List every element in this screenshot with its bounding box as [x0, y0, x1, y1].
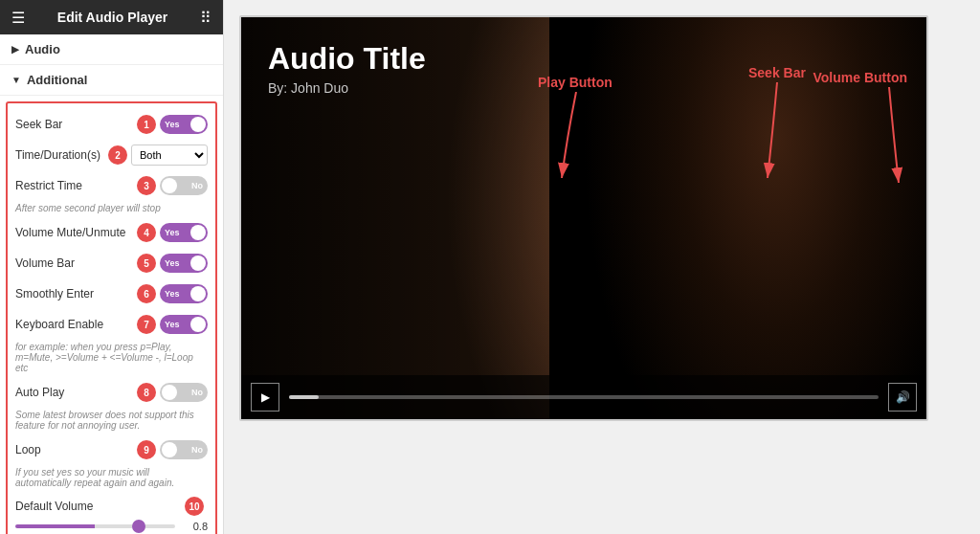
seek-bar-arrow [758, 82, 815, 188]
restrict-time-label: Restrict Time [15, 179, 137, 192]
default-volume-row: Default Volume 10 [15, 492, 208, 521]
auto-play-badge: 8 [137, 383, 156, 402]
audio-section-header[interactable]: ▶ Audio [0, 34, 223, 65]
volume-button[interactable]: 🔊 [888, 383, 917, 412]
default-volume-slider[interactable] [15, 524, 175, 528]
restrict-time-toggle-circle [162, 178, 177, 193]
time-duration-select[interactable]: Both Time Duration None [131, 145, 208, 166]
hamburger-icon[interactable]: ☰ [11, 9, 25, 27]
seek-bar-toggle-text: Yes [165, 120, 180, 129]
volume-button-annotation-text: Volume Button [813, 70, 907, 85]
time-duration-badge: 2 [108, 145, 127, 165]
volume-mute-toggle[interactable]: Yes [160, 222, 208, 243]
seek-bar-fill [289, 395, 319, 399]
keyboard-enable-toggle-bg: Yes [160, 315, 208, 334]
smoothly-enter-toggle-bg: Yes [160, 284, 208, 303]
seek-bar-label: Seek Bar [15, 118, 137, 131]
smoothly-enter-toggle-circle [190, 286, 206, 301]
restrict-time-badge: 3 [137, 176, 156, 195]
volume-bar-label: Volume Bar [15, 256, 137, 270]
volume-bar-toggle-circle [190, 256, 206, 271]
player-container: Audio Title By: John Duo Play Button See [239, 15, 928, 421]
volume-mute-label: Volume Mute/Unmute [15, 226, 137, 239]
seek-bar-toggle-circle [190, 117, 206, 132]
loop-toggle[interactable]: No [160, 439, 208, 460]
keyboard-hint: for example: when you press p=Play, m=Mu… [15, 340, 208, 377]
volume-button-arrow [880, 87, 928, 192]
loop-toggle-bg: No [160, 440, 208, 459]
volume-mute-row: Volume Mute/Unmute 4 Yes [15, 217, 208, 248]
auto-play-toggle[interactable]: No [160, 382, 208, 403]
keyboard-enable-badge: 7 [137, 315, 156, 334]
smoothly-enter-badge: 6 [137, 284, 156, 303]
volume-bar-badge: 5 [137, 254, 156, 273]
loop-toggle-circle [162, 442, 177, 457]
audio-section-label: Audio [25, 42, 60, 56]
seek-bar-annotation-text: Seek Bar [748, 65, 806, 80]
seek-bar-row: Seek Bar 1 Yes [15, 109, 208, 140]
additional-arrow-icon: ▼ [11, 75, 21, 85]
default-volume-label: Default Volume [15, 500, 185, 513]
smoothly-enter-label: Smoothly Enter [15, 287, 137, 300]
volume-bar-toggle-bg: Yes [160, 254, 208, 273]
player-image: Audio Title By: John Duo Play Button See [241, 17, 926, 419]
keyboard-enable-toggle-circle [190, 317, 206, 332]
grid-icon[interactable]: ⠿ [200, 9, 212, 27]
restrict-time-toggle[interactable]: No [160, 175, 208, 196]
additional-section-label: Additional [27, 73, 88, 87]
audio-arrow-icon: ▶ [11, 44, 19, 55]
audio-info: Audio Title By: John Duo [268, 40, 426, 96]
settings-panel: Seek Bar 1 Yes Time/Duration(s) 2 Both T… [6, 101, 217, 534]
seek-bar-toggle-bg: Yes [160, 115, 208, 134]
volume-bar-toggle-text: Yes [165, 258, 180, 268]
loop-label: Loop [15, 443, 137, 456]
default-volume-badge: 10 [185, 497, 204, 516]
smoothly-enter-toggle[interactable]: Yes [160, 283, 208, 304]
audio-subtitle: By: John Duo [268, 80, 426, 96]
loop-hint: If you set yes so your music will automa… [15, 465, 208, 492]
seek-bar-annotation: Seek Bar [748, 65, 806, 80]
seek-bar-toggle[interactable]: Yes [160, 114, 208, 135]
auto-play-row: Auto Play 8 No [15, 377, 208, 408]
loop-row: Loop 9 No [15, 434, 208, 465]
keyboard-enable-label: Keyboard Enable [15, 318, 137, 331]
sidebar-title: Edit Audio Player [57, 10, 167, 25]
auto-play-hint: Some latest browser does not support thi… [15, 408, 208, 434]
restrict-time-hint: After some second player will stop [15, 201, 208, 217]
main-content: Audio Title By: John Duo Play Button See [224, 0, 980, 534]
volume-mute-toggle-circle [190, 225, 206, 240]
auto-play-toggle-bg: No [160, 383, 208, 402]
keyboard-enable-row: Keyboard Enable 7 Yes [15, 309, 208, 340]
play-button-arrow [557, 92, 614, 188]
sidebar-header: ☰ Edit Audio Player ⠿ [0, 0, 223, 34]
default-volume-value: 0.8 [181, 521, 208, 532]
volume-bar-toggle[interactable]: Yes [160, 253, 208, 274]
restrict-time-toggle-bg: No [160, 176, 208, 195]
additional-section-header[interactable]: ▼ Additional [0, 65, 223, 96]
smoothly-enter-row: Smoothly Enter 6 Yes [15, 278, 208, 309]
play-button-annotation-text: Play Button [538, 75, 612, 90]
loop-badge: 9 [137, 440, 156, 459]
volume-mute-toggle-text: Yes [165, 228, 180, 237]
smoothly-enter-toggle-text: Yes [165, 289, 180, 299]
auto-play-toggle-text: No [191, 388, 203, 397]
restrict-time-toggle-text: No [191, 181, 203, 190]
volume-mute-badge: 4 [137, 223, 156, 242]
audio-title: Audio Title [268, 40, 426, 77]
default-volume-slider-container: 0.8 [15, 521, 208, 532]
keyboard-enable-toggle[interactable]: Yes [160, 314, 208, 335]
sidebar-body: ▶ Audio ▼ Additional Seek Bar 1 Yes [0, 34, 223, 534]
restrict-time-row: Restrict Time 3 No [15, 170, 208, 201]
time-duration-label: Time/Duration(s) [15, 148, 108, 162]
auto-play-toggle-circle [162, 385, 177, 400]
auto-play-label: Auto Play [15, 386, 137, 399]
play-button[interactable]: ▶ [251, 383, 279, 412]
volume-button-annotation: Volume Button [813, 70, 907, 85]
seek-bar-badge: 1 [137, 115, 156, 134]
sidebar: ☰ Edit Audio Player ⠿ ▶ Audio ▼ Addition… [0, 0, 224, 534]
seek-bar-track[interactable] [289, 395, 879, 399]
time-duration-row: Time/Duration(s) 2 Both Time Duration No… [15, 140, 208, 170]
keyboard-enable-toggle-text: Yes [165, 320, 180, 329]
volume-bar-row: Volume Bar 5 Yes [15, 248, 208, 278]
play-button-annotation: Play Button [538, 75, 612, 90]
